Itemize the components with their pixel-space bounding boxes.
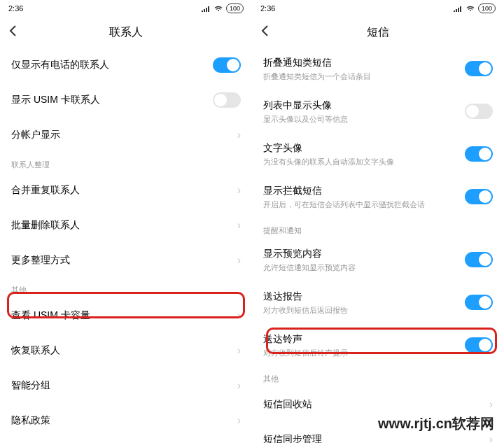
toggle-show-usim-contacts[interactable] (213, 92, 241, 108)
back-button[interactable] (260, 24, 269, 41)
row-sublabel: 对方收到短信后返回报告 (263, 305, 465, 316)
status-right: 100 (201, 3, 244, 13)
row-label: 送达铃声 (263, 332, 465, 346)
row-smart-groups[interactable]: 智能分组 › (0, 368, 252, 403)
row-text-avatars[interactable]: 文字头像 为没有头像的联系人自动添加文字头像 (252, 133, 504, 176)
toggle-fold-notifications[interactable] (465, 61, 493, 76)
toggle-delivery-sound[interactable] (465, 337, 493, 353)
row-label: 智能分组 (11, 379, 237, 393)
chevron-right-icon: › (489, 433, 493, 443)
row-label: 合并重复联系人 (11, 183, 237, 197)
chevron-right-icon: › (237, 414, 241, 427)
section-header-other: 其他 (0, 278, 252, 298)
battery-icon: 100 (226, 3, 244, 13)
row-delivery-sound[interactable]: 送达铃声 对方收到短信后铃声提示 (252, 324, 504, 367)
nav-bar: 短信 (252, 17, 504, 48)
row-usim-capacity[interactable]: 查看 USIM 卡容量 › (0, 298, 252, 333)
row-label: 分帐户显示 (11, 128, 237, 142)
row-label: 查看 USIM 卡容量 (11, 309, 237, 323)
section-header-other: 其他 (252, 367, 504, 387)
row-label: 折叠通知类短信 (263, 56, 465, 70)
row-sublabel: 允许短信通知显示预览内容 (263, 262, 465, 273)
row-label: 批量删除联系人 (11, 218, 237, 232)
row-label: 显示拦截短信 (263, 184, 465, 198)
toggle-text-avatars[interactable] (465, 146, 493, 162)
row-label: 短信回收站 (263, 398, 489, 412)
row-sms-recycle-bin[interactable]: 短信回收站 › (252, 387, 504, 422)
row-sublabel: 开启后，可在短信会话列表中显示骚扰拦截会话 (263, 199, 465, 210)
toggle-show-avatars[interactable] (465, 104, 493, 119)
row-label: 短信同步管理 (263, 433, 489, 443)
back-button[interactable] (8, 24, 17, 41)
sms-screen: 2:36 100 短信 折叠通知类短信 折叠通知类短信为一个会话条目 (252, 0, 504, 443)
row-merge-duplicates[interactable]: 合并重复联系人 › (0, 173, 252, 208)
row-label: 文字头像 (263, 141, 465, 155)
contacts-screen: 2:36 100 联系人 仅显示有电话的联系人 显 (0, 0, 252, 443)
battery-icon: 100 (478, 3, 496, 13)
toggle-preview-content[interactable] (465, 252, 493, 267)
chevron-right-icon: › (237, 254, 241, 267)
row-show-avatars[interactable]: 列表中显示头像 显示头像以及公司等信息 (252, 90, 504, 133)
status-time: 2:36 (260, 4, 275, 13)
content-scroll[interactable]: 折叠通知类短信 折叠通知类短信为一个会话条目 列表中显示头像 显示头像以及公司等… (252, 48, 504, 443)
nav-bar: 联系人 (0, 17, 252, 48)
chevron-right-icon: › (489, 398, 493, 411)
row-label: 显示 USIM 卡联系人 (11, 93, 213, 107)
chevron-right-icon: › (237, 344, 241, 357)
row-sublabel: 对方收到短信后铃声提示 (263, 348, 465, 358)
row-fold-notifications[interactable]: 折叠通知类短信 折叠通知类短信为一个会话条目 (252, 48, 504, 90)
status-bar: 2:36 100 (252, 0, 504, 17)
page-title: 短信 (260, 25, 496, 40)
content-scroll[interactable]: 仅显示有电话的联系人 显示 USIM 卡联系人 分帐户显示 › 联系人整理 合并… (0, 48, 252, 443)
wifi-icon (214, 5, 223, 12)
chevron-right-icon: › (237, 219, 241, 232)
row-more-organize[interactable]: 更多整理方式 › (0, 243, 252, 278)
toggle-show-blocked-sms[interactable] (465, 189, 493, 204)
row-label: 显示预览内容 (263, 247, 465, 261)
toggle-show-phone-contacts[interactable] (213, 57, 241, 73)
row-sublabel: 显示头像以及公司等信息 (263, 114, 465, 125)
row-sms-sync[interactable]: 短信同步管理 › (252, 422, 504, 443)
row-delivery-report[interactable]: 送达报告 对方收到短信后返回报告 (252, 281, 504, 324)
row-restore-contacts[interactable]: 恢复联系人 › (0, 333, 252, 368)
row-show-blocked-sms[interactable]: 显示拦截短信 开启后，可在短信会话列表中显示骚扰拦截会话 (252, 176, 504, 218)
row-sublabel: 为没有头像的联系人自动添加文字头像 (263, 157, 465, 167)
chevron-right-icon: › (237, 129, 241, 141)
row-privacy-policy[interactable]: 隐私政策 › (0, 403, 252, 438)
row-label: 列表中显示头像 (263, 99, 465, 113)
row-yellow-pages[interactable]: 联系人显示黄页入口 关闭黄页标签后，黄页功能将无法正常使用 (0, 438, 252, 443)
row-show-phone-contacts[interactable]: 仅显示有电话的联系人 (0, 48, 252, 83)
row-label: 隐私政策 (11, 414, 237, 428)
row-sublabel: 折叠通知类短信为一个会话条目 (263, 71, 465, 82)
signal-icon (201, 5, 211, 12)
row-batch-delete[interactable]: 批量删除联系人 › (0, 208, 252, 243)
wifi-icon (465, 5, 475, 12)
toggle-delivery-report[interactable] (465, 295, 493, 310)
chevron-right-icon: › (237, 379, 241, 392)
row-label: 送达报告 (263, 290, 465, 304)
row-show-usim-contacts[interactable]: 显示 USIM 卡联系人 (0, 83, 252, 118)
row-display-by-account[interactable]: 分帐户显示 › (0, 118, 252, 153)
status-right: 100 (453, 3, 496, 13)
chevron-right-icon: › (237, 309, 241, 322)
row-label: 仅显示有电话的联系人 (11, 58, 213, 72)
status-bar: 2:36 100 (0, 0, 252, 17)
row-preview-content[interactable]: 显示预览内容 允许短信通知显示预览内容 (252, 239, 504, 281)
section-header-organize: 联系人整理 (0, 153, 252, 173)
status-time: 2:36 (8, 4, 23, 13)
row-label: 恢复联系人 (11, 344, 237, 358)
section-header-notifications: 提醒和通知 (252, 218, 504, 239)
page-title: 联系人 (8, 25, 244, 40)
signal-icon (453, 5, 463, 12)
chevron-right-icon: › (237, 184, 241, 197)
row-label: 更多整理方式 (11, 253, 237, 267)
